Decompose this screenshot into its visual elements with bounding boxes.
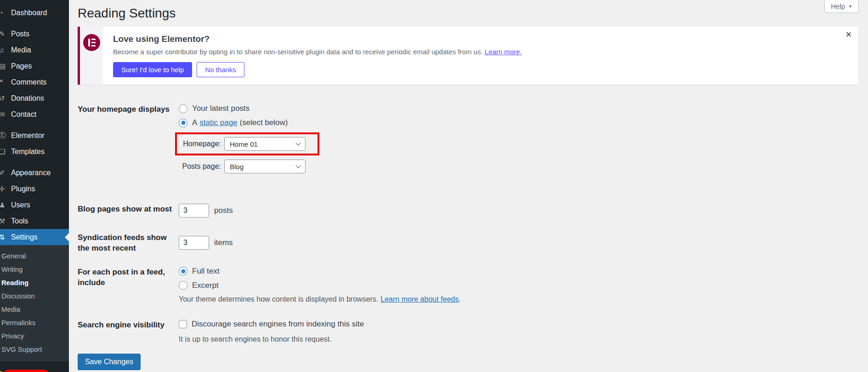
submenu-item-permalinks[interactable]: Permalinks — [0, 316, 69, 329]
search-visibility-row: Search engine visibility Discourage sear… — [78, 320, 868, 343]
sidebar-item-label: Posts — [11, 30, 29, 38]
notice-title: Love using Elementor? — [113, 34, 848, 44]
posts-page-select-row: Posts page: Blog — [179, 158, 306, 175]
homepage-select[interactable]: Home 01 — [224, 137, 306, 151]
syndication-row: Syndication feeds show the most recent i… — [78, 232, 868, 254]
save-changes-button[interactable]: Save Changes — [78, 354, 141, 370]
homepage-select-row: Homepage: Home 01 — [179, 132, 306, 155]
notice-logo-strip — [80, 27, 103, 85]
sidebar-item-label: Dashboard — [11, 9, 47, 17]
sidebar-item-comments[interactable]: ❝ Comments — [0, 74, 69, 90]
no-thanks-button[interactable]: No thanks — [197, 62, 244, 77]
sidebar-item-label: Appearance — [11, 169, 51, 177]
appearance-icon: ✐ — [0, 169, 9, 177]
sidebar-item-label: Donations — [11, 94, 44, 103]
redacted-menu-item — [4, 370, 49, 372]
static-page-link[interactable]: static page — [199, 118, 237, 127]
chevron-down-icon: ▼ — [848, 4, 852, 9]
sidebar-item-tools[interactable]: ⚒ Tools — [0, 213, 69, 229]
sidebar-bottom-item[interactable] — [0, 367, 69, 372]
sidebar-item-plugins[interactable]: ✢ Plugins — [0, 181, 69, 197]
elementor-icon: Ⓔ — [0, 131, 9, 140]
sidebar-item-users[interactable]: ♟ Users — [0, 197, 69, 213]
submenu-item-general[interactable]: General — [0, 249, 69, 263]
sidebar-item-label: Comments — [11, 78, 46, 86]
tools-icon: ⚒ — [0, 217, 9, 225]
settings-icon: ⇅ — [0, 233, 9, 241]
full-text-option[interactable]: Full text — [179, 267, 461, 276]
close-icon[interactable]: ✕ — [845, 31, 852, 39]
unit-label: posts — [214, 206, 233, 215]
notice-message: Become a super contributor by opting in … — [113, 48, 483, 56]
feed-content-row: For each post in a feed, include Full te… — [78, 267, 868, 303]
sidebar-item-label: Elementor — [11, 132, 45, 140]
submenu-item-writing[interactable]: Writing — [0, 263, 69, 276]
sidebar-item-donations[interactable]: ↺ Donations — [0, 90, 69, 106]
submenu-item-svg-support[interactable]: SVG Support — [0, 343, 69, 356]
dashboard-icon: ◔ — [0, 9, 9, 17]
posts-page-label: Posts page: — [179, 162, 221, 171]
elementor-logo-icon — [83, 34, 100, 51]
opt-in-button[interactable]: Sure! I'd love to help — [113, 62, 192, 77]
radio-label: Your latest posts — [192, 104, 250, 113]
pushpin-icon: ✎ — [0, 30, 9, 38]
posts-page-select[interactable]: Blog — [224, 160, 306, 173]
elementor-notice: Love using Elementor? Become a super con… — [78, 27, 858, 85]
sidebar-item-templates[interactable]: ❏ Templates — [0, 143, 69, 160]
sidebar-item-pages[interactable]: ▤ Pages — [0, 58, 69, 74]
submenu-item-reading[interactable]: Reading — [0, 276, 69, 289]
discourage-indexing-option[interactable]: Discourage search engines from indexing … — [179, 320, 364, 329]
radio-static-page[interactable] — [179, 119, 187, 127]
comment-icon: ❝ — [0, 78, 9, 86]
feed-items-input[interactable] — [179, 236, 209, 250]
settings-submenu: General Writing Reading Discussion Media… — [0, 245, 69, 361]
sidebar-item-label: Settings — [11, 233, 38, 241]
sidebar-item-elementor[interactable]: Ⓔ Elementor — [0, 127, 69, 143]
sidebar-item-label: Templates — [11, 148, 45, 156]
sidebar-item-dashboard[interactable]: ◔ Dashboard — [0, 5, 69, 21]
sidebar-item-label: Plugins — [11, 185, 35, 193]
sidebar-item-settings[interactable]: ⇅ Settings — [0, 229, 69, 245]
sidebar-item-label: Contact — [11, 110, 36, 119]
homepage-displays-row: Your homepage displays Your latest posts… — [78, 104, 868, 175]
unit-label: items — [214, 238, 233, 247]
radio-excerpt[interactable] — [179, 281, 187, 290]
notice-body: Love using Elementor? Become a super con… — [103, 27, 858, 85]
submenu-item-media[interactable]: Media — [0, 303, 69, 316]
row-label: Syndication feeds show the most recent — [78, 232, 179, 254]
help-label: Help — [831, 2, 845, 10]
static-page-option[interactable]: A static page (select below) — [179, 118, 306, 127]
admin-sidebar: ◔ Dashboard ✎ Posts ♫ Media ▤ Pages ❝ Co… — [0, 0, 69, 372]
chevron-down-icon — [295, 140, 301, 145]
radio-label-prefix: A — [192, 118, 197, 127]
learn-more-link[interactable]: Learn more. — [485, 48, 522, 56]
sidebar-item-posts[interactable]: ✎ Posts — [0, 26, 69, 42]
row-label: Your homepage displays — [78, 104, 179, 175]
discourage-indexing-checkbox[interactable] — [179, 320, 187, 328]
excerpt-option[interactable]: Excerpt — [179, 281, 461, 290]
radio-label: Excerpt — [192, 281, 219, 290]
media-icon: ♫ — [0, 46, 9, 54]
radio-latest-posts[interactable] — [179, 104, 187, 113]
row-label: Search engine visibility — [78, 320, 179, 343]
templates-icon: ❏ — [0, 148, 9, 156]
feed-description-text: Your theme determines how content is dis… — [179, 295, 378, 303]
homepage-select-value: Home 01 — [230, 140, 258, 148]
sidebar-item-label: Media — [11, 46, 31, 54]
feed-description: Your theme determines how content is dis… — [179, 295, 461, 303]
learn-more-feeds-link[interactable]: Learn more about feeds — [380, 295, 459, 303]
radio-full-text[interactable] — [179, 267, 187, 275]
pages-icon: ▤ — [0, 62, 9, 70]
posts-per-page-input[interactable] — [179, 204, 209, 217]
sidebar-item-media[interactable]: ♫ Media — [0, 42, 69, 58]
sidebar-item-appearance[interactable]: ✐ Appearance — [0, 165, 69, 181]
notice-text: Become a super contributor by opting in … — [113, 48, 848, 56]
envelope-icon: ✉ — [0, 110, 9, 119]
submenu-item-privacy[interactable]: Privacy — [0, 329, 69, 343]
users-icon: ♟ — [0, 201, 9, 209]
submenu-item-discussion[interactable]: Discussion — [0, 289, 69, 303]
posts-page-select-value: Blog — [230, 163, 244, 171]
help-button[interactable]: Help ▼ — [824, 0, 859, 13]
latest-posts-option[interactable]: Your latest posts — [179, 104, 306, 113]
sidebar-item-contact[interactable]: ✉ Contact — [0, 106, 69, 122]
